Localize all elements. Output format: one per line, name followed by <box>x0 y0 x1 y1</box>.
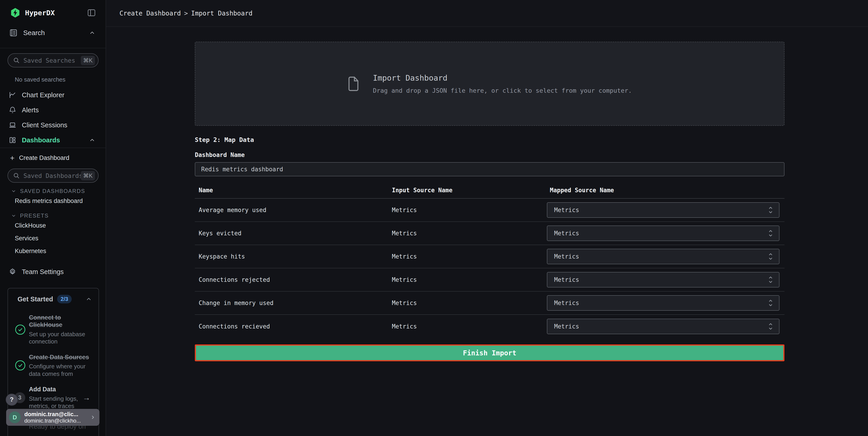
sidebar-item-team-settings[interactable]: Team Settings <box>0 264 105 279</box>
sidebar: HyperDX Search ⌘K <box>0 0 106 436</box>
get-started-item-sources[interactable]: Create Data Sources Configure where your… <box>13 353 94 377</box>
row-name: Connections recieved <box>195 323 388 330</box>
gear-icon <box>9 268 17 275</box>
alerts-bell-icon <box>9 106 17 114</box>
preset-item-services[interactable]: Services <box>0 232 105 245</box>
mapped-source-select[interactable]: Metrics <box>547 295 779 311</box>
mapped-source-select[interactable]: Metrics <box>547 226 779 241</box>
select-chevrons-icon <box>768 298 774 308</box>
user-account-chip[interactable]: D dominic.tran@clic... dominic.tran@clic… <box>6 409 99 426</box>
saved-dashboards-header-label: SAVED DASHBOARDS <box>20 188 85 194</box>
selected-value: Metrics <box>554 276 768 283</box>
app-title: HyperDX <box>25 9 87 17</box>
get-started-item-title: Create Data Sources <box>29 353 92 361</box>
dropzone-title: Import Dashboard <box>373 74 632 83</box>
get-started-header[interactable]: Get Started 2/3 <box>13 294 94 306</box>
chevron-down-icon <box>11 213 17 219</box>
breadcrumb: Create Dashboard > Import Dashboard <box>120 9 252 17</box>
client-sessions-laptop-icon <box>9 121 17 129</box>
sidebar-item-chart-explorer[interactable]: Chart Explorer <box>0 87 105 103</box>
mapped-source-select[interactable]: Metrics <box>547 319 779 334</box>
search-section-label: Search <box>23 29 89 37</box>
app-root: HyperDX Search ⌘K <box>0 0 868 436</box>
get-started-title: Get Started <box>18 295 53 303</box>
no-saved-searches-note: No saved searches <box>15 76 105 83</box>
selected-value: Metrics <box>554 207 768 213</box>
kbd-shortcut: ⌘K <box>81 171 95 180</box>
finish-import-button[interactable]: Finish Import <box>195 344 784 361</box>
row-name: Change in memory used <box>195 299 388 307</box>
search-icon <box>13 57 20 64</box>
chart-explorer-icon <box>9 91 17 99</box>
dashboards-label: Dashboards <box>22 137 89 144</box>
selected-value: Metrics <box>554 253 768 260</box>
chevron-up-icon <box>85 296 92 302</box>
source-mapping-table: Name Input Source Name Mapped Source Nam… <box>195 182 784 338</box>
create-dashboard-button[interactable]: + Create Dashboard <box>0 150 105 165</box>
presets-header-label: PRESETS <box>20 212 49 219</box>
hyperdx-logo-icon <box>10 7 21 18</box>
table-row: Connections recieved Metrics Metrics <box>195 315 784 338</box>
import-dashboard-page: Import Dashboard Drag and drop a JSON fi… <box>106 27 868 361</box>
get-started-item-title: Add Data <box>29 386 81 393</box>
preset-item-kubernetes[interactable]: Kubernetes <box>0 245 105 257</box>
mapped-source-select[interactable]: Metrics <box>547 202 779 218</box>
get-started-item-subtitle: Configure where your data comes from <box>29 362 92 377</box>
row-input-source: Metrics <box>388 230 546 237</box>
help-button[interactable]: ? <box>6 394 18 406</box>
sidebar-item-client-sessions[interactable]: Client Sessions <box>0 118 105 133</box>
saved-dashboards-input[interactable] <box>24 172 81 179</box>
breadcrumb-import-dashboard: Import Dashboard <box>191 9 253 17</box>
breadcrumb-create-dashboard[interactable]: Create Dashboard <box>120 9 181 17</box>
chevron-right-icon <box>90 414 96 420</box>
saved-searches-search[interactable]: ⌘K <box>7 53 98 67</box>
check-circle-icon <box>14 324 26 336</box>
get-started-progress-badge: 2/3 <box>57 295 71 303</box>
divider <box>0 148 105 148</box>
arrow-right-icon: → <box>81 386 92 410</box>
get-started-item-add-data[interactable]: 3 Add Data Start sending logs, metrics, … <box>13 386 94 410</box>
selected-value: Metrics <box>554 230 768 237</box>
json-file-dropzone[interactable]: Import Dashboard Drag and drop a JSON fi… <box>195 42 784 126</box>
sidebar-item-dashboards[interactable]: Dashboards <box>0 133 105 148</box>
saved-searches-input[interactable] <box>24 57 81 64</box>
row-input-source: Metrics <box>388 299 546 307</box>
table-row: Keys evicted Metrics Metrics <box>195 222 784 245</box>
saved-dashboards-search[interactable]: ⌘K <box>7 169 98 183</box>
row-name: Connections rejected <box>195 276 388 283</box>
select-chevrons-icon <box>768 322 774 331</box>
topbar: Create Dashboard > Import Dashboard <box>106 0 868 27</box>
search-icon <box>13 172 20 179</box>
saved-dashboard-item-redis[interactable]: Redis metrics dashboard <box>0 195 105 207</box>
avatar: D <box>9 411 21 423</box>
get-started-item-connect[interactable]: Connect to ClickHouse Set up your databa… <box>13 314 94 345</box>
table-row: Change in memory used Metrics Metrics <box>195 292 784 315</box>
saved-dashboards-group-header[interactable]: SAVED DASHBOARDS <box>0 188 105 195</box>
logo-row: HyperDX <box>0 0 105 26</box>
preset-item-clickhouse[interactable]: ClickHouse <box>0 219 105 232</box>
team-settings-label: Team Settings <box>22 268 96 275</box>
chevron-down-icon <box>11 188 17 194</box>
help-question-icon: ? <box>10 396 14 403</box>
file-icon <box>347 76 359 92</box>
select-chevrons-icon <box>768 229 774 238</box>
sidebar-collapse-icon[interactable] <box>87 8 96 17</box>
get-started-item-subtitle: Set up your database connection <box>29 330 92 345</box>
mapped-source-select[interactable]: Metrics <box>547 249 779 264</box>
alerts-label: Alerts <box>22 106 96 114</box>
breadcrumb-separator: > <box>184 9 188 17</box>
selected-value: Metrics <box>554 299 768 307</box>
sidebar-item-alerts[interactable]: Alerts <box>0 103 105 118</box>
dashboard-name-label: Dashboard Name <box>195 151 784 158</box>
row-input-source: Metrics <box>388 207 546 213</box>
dashboard-name-input[interactable] <box>195 162 784 176</box>
finish-import-label: Finish Import <box>463 349 516 357</box>
user-name: dominic.tran@clic... <box>24 411 90 417</box>
step-title: Step 2: Map Data <box>195 136 784 143</box>
column-header-input-source: Input Source Name <box>388 187 546 194</box>
row-name: Keyspace hits <box>195 253 388 260</box>
get-started-item-subtitle: Start sending logs, metrics, or traces <box>29 395 81 410</box>
presets-group-header[interactable]: PRESETS <box>0 212 105 219</box>
mapped-source-select[interactable]: Metrics <box>547 272 779 288</box>
sidebar-section-search[interactable]: Search <box>0 26 105 40</box>
